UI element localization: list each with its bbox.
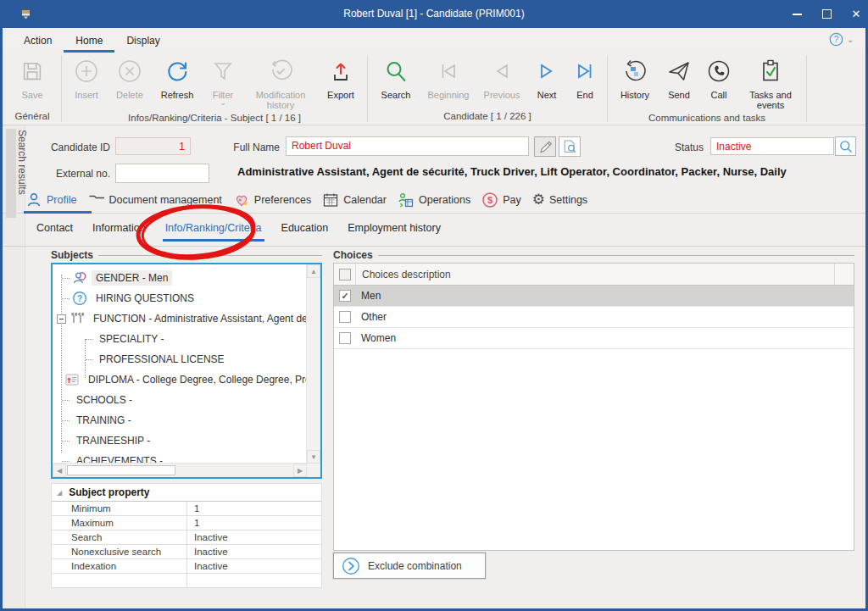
filter-dropdown-icon[interactable]: [220, 100, 226, 106]
property-row-indexation[interactable]: Indexation Inactive: [51, 559, 322, 574]
side-panel-grip[interactable]: [6, 129, 16, 218]
select-all-checkbox[interactable]: [339, 269, 351, 281]
tree-item-schools[interactable]: SCHOOLS -: [53, 390, 307, 410]
beginning-button[interactable]: Beginning: [420, 53, 476, 100]
end-icon: [571, 54, 598, 88]
edit-name-button[interactable]: [534, 136, 556, 157]
full-name-field[interactable]: Robert Duval: [286, 136, 529, 156]
insert-button[interactable]: Insert: [65, 53, 108, 100]
send-button[interactable]: Send: [659, 53, 699, 100]
history-button[interactable]: History: [611, 53, 659, 100]
menu-bar: Action Home Display: [3, 28, 865, 53]
main-tab-bar: Profile Document management Preferences …: [25, 188, 587, 212]
choice-row-men[interactable]: Men: [334, 286, 854, 307]
property-row-minimum[interactable]: Minimum 1: [51, 502, 322, 516]
chevron-down-icon[interactable]: [847, 35, 854, 44]
export-button[interactable]: Export: [318, 53, 364, 100]
tab-profile[interactable]: Profile: [25, 192, 76, 208]
save-button[interactable]: Save: [7, 53, 58, 100]
minimize-button[interactable]: [784, 0, 810, 28]
scroll-right-icon[interactable]: [293, 464, 307, 477]
subtab-education[interactable]: Education: [279, 219, 331, 242]
subjects-group-label: Subjects: [51, 249, 93, 261]
scroll-up-icon[interactable]: [307, 264, 320, 278]
collapse-expander-icon[interactable]: [57, 314, 66, 324]
tab-divider: [3, 213, 865, 214]
insert-icon: [73, 54, 100, 88]
tree-item-diploma[interactable]: DIPLOMA - College Degree, College Degree…: [53, 369, 307, 390]
choice-row-other[interactable]: Other: [334, 307, 854, 328]
ribbon-group-general: Save Général: [7, 53, 58, 125]
call-button[interactable]: Call: [699, 53, 738, 100]
folder-icon: [87, 192, 104, 208]
tab-calendar[interactable]: Calendar: [322, 192, 387, 208]
tasks-and-events-button[interactable]: Tasks and events: [738, 53, 803, 110]
preview-document-button[interactable]: [559, 136, 581, 157]
property-row-maximum[interactable]: Maximum 1: [51, 516, 322, 530]
document-magnifier-icon: [562, 139, 577, 154]
subtab-contact[interactable]: Contact: [34, 219, 75, 242]
gender-icon: [72, 270, 87, 286]
tree-item-function[interactable]: FUNCTION - Administrative Assistant, Age…: [53, 308, 307, 329]
previous-button[interactable]: Previous: [476, 53, 527, 100]
close-button[interactable]: [843, 0, 868, 28]
external-no-field[interactable]: [115, 164, 209, 183]
export-icon: [327, 54, 354, 88]
menu-display[interactable]: Display: [114, 28, 171, 53]
status-lookup-button[interactable]: [835, 136, 856, 156]
subtab-employment-history[interactable]: Employment history: [345, 219, 443, 242]
delete-button[interactable]: Delete: [108, 53, 152, 100]
vertical-scrollbar[interactable]: [306, 264, 320, 464]
scroll-left-icon[interactable]: [53, 464, 66, 477]
tree-item-hiring-questions[interactable]: ? HIRING QUESTIONS: [53, 288, 307, 308]
ribbon-separator: [367, 55, 368, 122]
next-button[interactable]: Next: [527, 53, 566, 100]
tree-item-achievements[interactable]: ACHIEVEMENTS -: [53, 451, 307, 464]
help-icon[interactable]: ?: [829, 32, 843, 47]
tree-item-training[interactable]: TRAINING -: [53, 410, 307, 430]
scroll-down-icon[interactable]: [307, 450, 320, 464]
exclude-combination-label: Exclude combination: [368, 560, 462, 572]
tools-icon: [70, 311, 85, 326]
tree-item-speciality[interactable]: SPECIALITY -: [53, 329, 307, 349]
ribbon-divider: [3, 125, 865, 125]
menu-action[interactable]: Action: [12, 28, 64, 53]
tab-document-management[interactable]: Document management: [87, 192, 221, 208]
magnifier-icon: [838, 139, 854, 154]
scrollbar-thumb[interactable]: [67, 465, 175, 475]
tree-item-professional-license[interactable]: PROFESSIONAL LICENSE: [53, 349, 307, 369]
tab-pay[interactable]: $ Pay: [481, 192, 521, 208]
tab-settings[interactable]: ⚙ Settings: [532, 192, 587, 208]
side-panel-search-results[interactable]: Search results: [16, 130, 28, 195]
modification-history-button[interactable]: Modification history: [243, 53, 318, 110]
full-name-label: Full Name: [222, 141, 280, 154]
end-button[interactable]: End: [566, 53, 604, 100]
exclude-combination-button[interactable]: Exclude combination: [333, 553, 486, 579]
subject-property-header[interactable]: Subject property: [51, 483, 322, 502]
search-button[interactable]: Search: [371, 53, 420, 100]
maximize-button[interactable]: [814, 0, 839, 28]
subtab-information[interactable]: Information: [90, 219, 148, 242]
filter-button[interactable]: Filter: [203, 53, 243, 106]
ribbon-separator: [806, 55, 807, 122]
choices-description-header[interactable]: Choices description: [356, 269, 451, 281]
tree-item-gender[interactable]: GENDER - Men: [53, 268, 307, 288]
checkbox-unchecked-icon[interactable]: [339, 332, 351, 344]
checkbox-checked-icon[interactable]: [339, 290, 351, 302]
checkbox-unchecked-icon[interactable]: [339, 311, 351, 323]
choices-header-row[interactable]: Choices description: [334, 264, 854, 286]
subtab-info-ranking-criteria[interactable]: Info/Ranking/Criteria: [163, 219, 264, 242]
choice-row-women[interactable]: Women: [334, 328, 854, 349]
menu-home[interactable]: Home: [64, 28, 114, 53]
status-field[interactable]: Inactive: [710, 137, 834, 155]
tab-operations[interactable]: Operations: [398, 192, 470, 208]
gear-icon: ⚙: [532, 192, 545, 208]
property-row-search[interactable]: Search Inactive: [51, 530, 322, 545]
tab-preferences[interactable]: Preferences: [233, 192, 311, 208]
property-row-nonexclusive-search[interactable]: Nonexclusive search Inactive: [51, 545, 322, 559]
candidate-id-field[interactable]: 1: [115, 137, 191, 155]
active-tab-indicator: [24, 211, 92, 214]
refresh-button[interactable]: Refresh: [152, 53, 203, 100]
group-caption-line: [98, 255, 322, 256]
tree-item-traineeship[interactable]: TRAINEESHIP -: [53, 430, 307, 451]
